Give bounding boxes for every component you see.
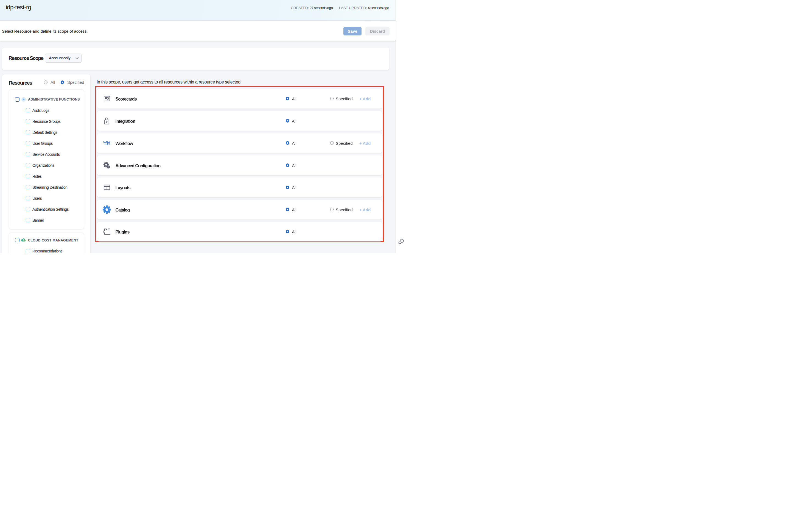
svg-text:$: $ bbox=[23, 238, 24, 242]
